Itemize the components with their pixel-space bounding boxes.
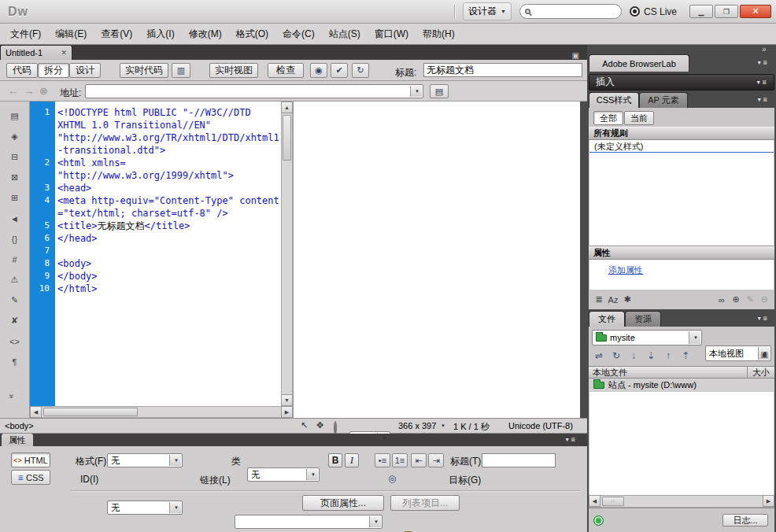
class-combo[interactable]: 无 [247,467,320,482]
tab-browserlab[interactable]: Adobe BrowserLab [589,54,689,72]
css-current-button[interactable]: 当前 [624,111,654,125]
live-view-button[interactable]: 实时视图 [209,63,258,78]
italic-button[interactable]: I [345,453,359,467]
scroll-down-icon[interactable]: ▼ [281,394,293,406]
files-horizontal-scrollbar[interactable]: ◀ ⁞⁞ ▶ [589,495,774,508]
code-line[interactable]: </body> [57,270,281,283]
insert-panel-header[interactable]: 插入 ▼≣ [589,74,774,91]
code-line[interactable] [57,245,281,257]
panel-menu-icon[interactable]: ▼≣ [756,79,767,86]
line-numbers-icon[interactable]: # [5,253,25,266]
minimize-button[interactable]: ▁ [689,5,713,18]
scroll-left-icon[interactable]: ◀ [589,495,600,507]
outdent-icon[interactable]: ⇤ [411,453,427,467]
live-code-button[interactable]: 实时代码 [120,63,168,78]
collapse-full-tag-icon[interactable]: ⊟ [5,150,25,164]
code-lines[interactable]: <!DOCTYPE html PUBLIC "-//W3C//DTDXHTML … [55,102,281,406]
forward-icon[interactable]: → [24,85,34,97]
css-mode-button[interactable]: ≣CSS [11,470,50,485]
show-set-properties-icon[interactable]: ✱ [620,294,634,305]
wrap-tag-icon[interactable]: <> [5,334,25,348]
show-code-navigator-icon[interactable]: ◈ [5,130,25,143]
show-list-view-icon[interactable]: Az [606,295,620,305]
id-combo[interactable]: 无 [107,501,183,515]
new-css-rule-icon[interactable]: ⊕ [729,294,743,305]
preview-in-browser-icon[interactable]: ◉ [310,63,327,78]
code-pane[interactable]: 12345678910 <!DOCTYPE html PUBLIC "-//W3… [30,102,281,406]
get-files-icon[interactable]: ↓ [625,350,642,361]
connect-icon[interactable]: ⇌ [590,350,608,361]
search-input[interactable] [534,6,613,17]
format-combo[interactable]: 无 [107,453,183,467]
code-horizontal-scrollbar[interactable]: ◀ ▶ [30,406,293,418]
remove-comment-icon[interactable]: ✘ [5,314,25,327]
close-tab-icon[interactable]: ✕ [61,49,67,57]
format-source-code-icon[interactable]: ¶ [5,355,25,368]
code-line[interactable]: <!DOCTYPE html PUBLIC "-//W3C//DTD [57,106,281,119]
code-line[interactable]: <head> [57,182,281,194]
restore-button[interactable]: ❐ [715,5,738,18]
code-line[interactable]: "http://www.w3.org/TR/xhtml1/DTD/xhtml1 [57,131,281,144]
back-icon[interactable]: ← [8,85,18,97]
menu-item[interactable]: 窗口(W) [368,24,416,44]
design-view-button[interactable]: 设计 [69,63,101,78]
code-vertical-scrollbar[interactable]: ▲ ▼ [281,102,293,406]
code-line[interactable]: <html xmlns= [57,157,281,169]
point-to-file-icon[interactable]: ◎ [388,473,396,484]
indent-icon[interactable]: ⇥ [428,453,444,467]
document-tab[interactable]: Untitled-1 ✕ [0,45,72,60]
menu-item[interactable]: 格式(O) [229,24,275,44]
design-view[interactable] [293,102,580,418]
open-documents-icon[interactable]: ▤ [5,109,25,123]
css-all-button[interactable]: 全部 [593,111,623,125]
ordered-list-icon[interactable]: 1≡ [392,453,408,467]
site-combo[interactable]: mysite [592,330,702,345]
menu-item[interactable]: 文件(F) [3,24,48,44]
check-browser-compatibility-icon[interactable]: ✔ [331,63,348,78]
menu-item[interactable]: 站点(S) [322,24,368,44]
checkout-files-icon[interactable]: ⇣ [642,350,660,361]
expand-all-icon[interactable]: ⊞ [5,191,25,205]
tab-css-styles[interactable]: CSS样式 [589,92,639,108]
workspace-switcher-button[interactable]: 设计器 ▼ [463,2,512,20]
rule-item[interactable]: (未定义样式) [589,140,774,153]
tab-files[interactable]: 文件 [589,311,625,327]
tag-selector[interactable]: <body> [5,421,34,430]
collapse-selection-icon[interactable]: ⊠ [5,171,25,184]
balance-braces-icon[interactable]: {} [5,232,25,246]
list-item-button[interactable]: 列表项目... [390,495,460,511]
code-line[interactable]: </html> [57,283,281,295]
code-view-button[interactable]: 代码 [6,63,38,78]
html-mode-button[interactable]: <>HTML [11,453,50,467]
more-tools-chevron-icon[interactable]: » [7,394,16,399]
column-local-files[interactable]: 本地文件 [589,367,627,379]
site-root-row[interactable]: 站点 - mysite (D:\www) [589,379,774,392]
column-size[interactable]: 大小 [747,367,774,378]
split-view-button[interactable]: 拆分 [38,63,69,78]
tab-properties[interactable]: 属性 [2,434,33,446]
attach-style-sheet-icon[interactable]: ∞ [715,295,729,305]
address-combo[interactable] [85,84,423,98]
scroll-right-icon[interactable]: ▶ [763,495,774,507]
hand-tool-icon[interactable]: ✥ [316,420,323,430]
put-files-icon[interactable]: ↑ [660,350,677,361]
highlight-invalid-code-icon[interactable]: ⚠ [5,273,25,286]
menu-item[interactable]: 修改(M) [182,24,229,44]
panel-menu-icon[interactable]: ▼≣ [564,437,576,443]
menu-item[interactable]: 编辑(E) [48,24,94,44]
cascade-windows-icon[interactable]: ▣ [572,51,579,60]
live-view-options-icon[interactable]: ▥ [172,63,190,78]
code-line[interactable]: ="text/html; charset=utf-8" /> [57,207,281,220]
bold-button[interactable]: B [328,453,342,467]
menu-item[interactable]: 帮助(H) [416,24,462,44]
code-line[interactable]: <meta http-equiv="Content-Type" content [57,194,281,207]
page-properties-button[interactable]: 页面属性... [302,495,384,511]
scroll-up-icon[interactable]: ▲ [281,102,293,113]
checkin-files-icon[interactable]: ⇡ [677,350,694,361]
inspect-button[interactable]: 检查 [268,63,304,78]
code-line[interactable]: <title>无标题文档</title> [57,220,281,232]
scroll-left-icon[interactable]: ◀ [30,406,42,418]
search-box[interactable] [519,4,622,19]
view-options-icon[interactable]: ▤ [430,84,449,98]
unordered-list-icon[interactable]: •≡ [375,453,390,467]
